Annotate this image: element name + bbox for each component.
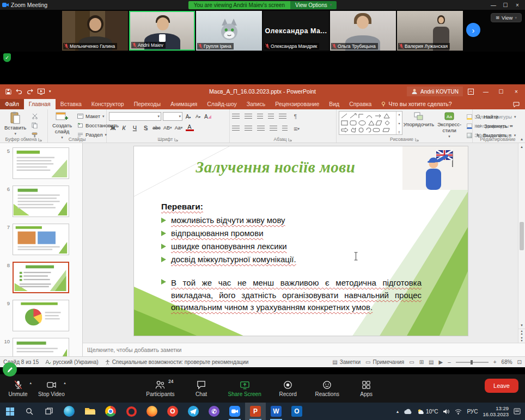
fit-slide-icon[interactable]: ⊡: [517, 359, 522, 365]
apps-button[interactable]: Apps: [354, 380, 379, 397]
slide-title[interactable]: Залучення носіїв мови: [156, 158, 395, 176]
slide-editor-canvas[interactable]: Залучення носіїв мови Переваги: можливіс…: [83, 143, 525, 343]
taskbar-icon-edge[interactable]: [59, 403, 80, 420]
line-spacing-icon[interactable]: [279, 114, 286, 120]
annotation-pencil-button[interactable]: [3, 362, 17, 376]
save-icon[interactable]: [5, 89, 11, 95]
text-shadow-button[interactable]: S: [142, 123, 150, 132]
dialog-launcher-icon[interactable]: [38, 138, 42, 141]
language-indicator[interactable]: русский (Украина): [45, 359, 98, 365]
zoom-slider-knob[interactable]: [471, 360, 473, 365]
video-tile-hruplia[interactable]: Групля Ірина: [196, 11, 262, 51]
slide-thumbnail-5[interactable]: [13, 147, 69, 179]
language-indicator[interactable]: РУС: [467, 409, 478, 415]
dialog-launcher-icon[interactable]: [415, 138, 419, 141]
columns-icon[interactable]: [282, 126, 288, 132]
underline-button[interactable]: Ч: [131, 123, 139, 132]
slide-thumbnail-9[interactable]: [13, 300, 69, 331]
slide-sorter-view-icon[interactable]: ⊞: [419, 359, 424, 365]
taskbar-icon-powerpoint[interactable]: P: [245, 403, 266, 420]
unmute-button[interactable]: Unmute▴: [5, 380, 30, 397]
dialog-launcher-icon[interactable]: [288, 138, 292, 141]
tab-file[interactable]: Файл: [0, 99, 24, 109]
paste-button[interactable]: Вставить▾: [2, 111, 28, 137]
bold-button[interactable]: Ж: [109, 123, 117, 132]
font-size-combo[interactable]: ▾: [163, 112, 182, 121]
shape-gallery-scroll[interactable]: ▴▾≡: [396, 112, 402, 134]
align-left-icon[interactable]: [232, 126, 240, 132]
customize-qat-icon[interactable]: ▾: [49, 89, 51, 94]
start-button[interactable]: [0, 403, 20, 420]
taskbar-icon-firefox[interactable]: [142, 403, 162, 420]
italic-button[interactable]: К: [120, 123, 128, 132]
video-tile-trubitsyna[interactable]: Ольга Трубицына: [330, 11, 396, 51]
font-color-button[interactable]: А: [186, 124, 194, 131]
mic-options-caret[interactable]: ▴: [29, 381, 32, 385]
copy-icon[interactable]: [30, 121, 39, 129]
character-spacing-button[interactable]: АВ▾: [163, 123, 172, 132]
share-screen-button[interactable]: Share Screen: [228, 380, 261, 397]
undo-icon[interactable]: [16, 89, 22, 94]
tray-expand-icon[interactable]: ▴: [396, 409, 399, 414]
video-options-caret[interactable]: ▴: [64, 381, 66, 385]
ppt-close-button[interactable]: ×: [509, 84, 524, 98]
zoom-out-icon[interactable]: –: [448, 359, 451, 365]
shrink-font-button[interactable]: А▾: [194, 113, 202, 121]
scroll-down-icon[interactable]: ▾: [518, 322, 525, 329]
justify-icon[interactable]: [270, 126, 277, 132]
zoom-view-button[interactable]: ⊞ View▾: [491, 13, 522, 22]
taskbar-icon-telegram[interactable]: [183, 403, 204, 420]
redo-icon[interactable]: [27, 89, 33, 94]
comments-toggle[interactable]: ▭Примечания: [365, 359, 404, 365]
change-case-button[interactable]: Аа▾: [175, 123, 183, 132]
taskbar-icon-chrome[interactable]: [100, 403, 121, 420]
account-chip[interactable]: Andrii KOVTUN: [407, 87, 463, 96]
quick-styles-button[interactable]: Аа Экспресс-стили▾: [435, 111, 463, 139]
shape-gallery[interactable]: ▴▾≡: [339, 111, 402, 135]
video-tile-melnychenko[interactable]: Мельниченко Галина: [62, 11, 128, 51]
normal-view-icon[interactable]: ▭: [409, 359, 414, 365]
network-wifi-icon[interactable]: [455, 409, 462, 415]
stop-video-button[interactable]: Stop Video▴: [38, 380, 65, 397]
slideshow-view-icon[interactable]: ▶: [438, 359, 443, 365]
zoom-slider[interactable]: [456, 362, 489, 363]
tab-view[interactable]: Вид: [324, 99, 344, 109]
numbering-icon[interactable]: [245, 114, 252, 120]
align-right-icon[interactable]: [257, 126, 265, 132]
next-participants-arrow[interactable]: ›: [466, 23, 480, 37]
zoom-percentage[interactable]: 68%: [502, 359, 512, 365]
slide-thumbnail-8-selected[interactable]: [13, 262, 69, 293]
taskbar-icon-outlook[interactable]: O: [286, 403, 307, 420]
slide[interactable]: Залучення носіїв мови Переваги: можливіс…: [133, 146, 468, 336]
tab-help[interactable]: Справка: [344, 99, 376, 109]
font-name-combo[interactable]: ▾: [109, 112, 161, 121]
decrease-indent-icon[interactable]: [257, 114, 263, 120]
taskbar-icon-zoom[interactable]: [224, 403, 245, 420]
view-options-button[interactable]: View Options▾: [290, 1, 337, 9]
taskbar-icon-red-app[interactable]: O: [162, 403, 183, 420]
slide-thumbnail-6[interactable]: [13, 186, 69, 217]
ppt-restore-button[interactable]: ☐: [493, 84, 509, 98]
replace-button[interactable]: abЗаменить▾: [475, 122, 512, 130]
grow-font-button[interactable]: А▴: [184, 113, 192, 121]
taskbar-clock[interactable]: 13:29 16.03.2023: [483, 405, 509, 418]
zoom-in-icon[interactable]: +: [493, 359, 497, 365]
slide-thumbnail-10[interactable]: [13, 338, 69, 356]
volume-icon[interactable]: [443, 409, 450, 415]
task-view-button[interactable]: [39, 403, 59, 420]
start-slideshow-icon[interactable]: [38, 89, 45, 95]
zoom-close-button[interactable]: ×: [512, 2, 523, 8]
new-slide-button[interactable]: Создать слайд▾: [50, 111, 74, 140]
tab-review[interactable]: Рецензирование: [270, 99, 324, 109]
leave-button[interactable]: Leave: [485, 379, 518, 393]
onedrive-cloud-icon[interactable]: [404, 409, 412, 415]
chat-button[interactable]: Chat: [189, 380, 214, 397]
tab-design[interactable]: Конструктор: [87, 99, 129, 109]
tab-transitions[interactable]: Переходы: [129, 99, 166, 109]
video-tile-mandryk[interactable]: Олександра Ма... Олександра Мандрик: [263, 11, 329, 51]
collapse-ribbon-icon[interactable]: ▴: [521, 137, 523, 141]
taskbar-icon-word[interactable]: W: [266, 403, 286, 420]
bullets-icon[interactable]: [232, 114, 240, 120]
zoom-maximize-button[interactable]: ☐: [500, 2, 511, 8]
taskbar-icon-opera[interactable]: [121, 403, 142, 420]
